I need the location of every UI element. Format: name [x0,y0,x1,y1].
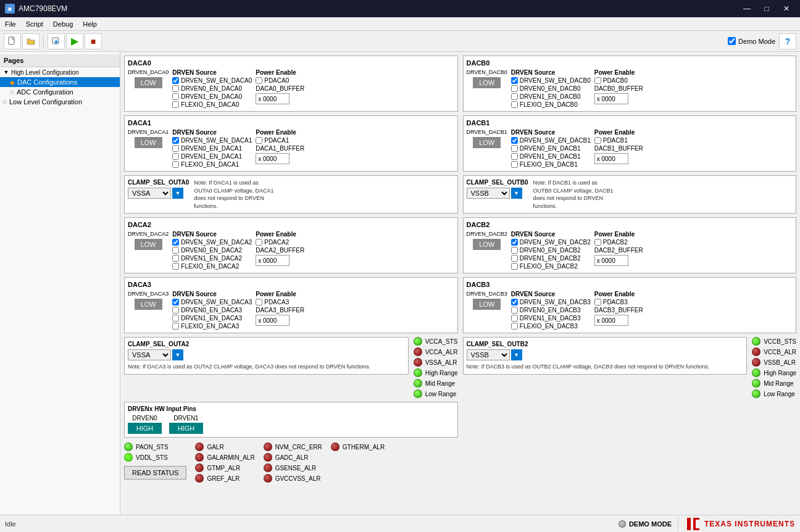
daca2-title: DACA2 [128,221,454,228]
daca2-flexio[interactable]: FLEXIO_EN_DACA2 [172,263,252,270]
pdacb1[interactable]: PDACB1 [594,137,643,144]
menu-help[interactable]: Help [78,17,102,30]
daca1-low-button[interactable]: LOW [135,137,162,148]
dacb3-buffer-input[interactable] [594,315,628,326]
dacb0-sw-en[interactable]: DRVEN_SW_EN_DACB0 [511,77,591,84]
vssa-alr: VSSA_ALR [414,358,458,367]
dacb3-drven1[interactable]: DRVEN1_EN_DACB3 [511,315,591,322]
dacb1-card: DACB1 DRVEN_DACB1 LOW DRVEN Source DRVEN… [463,115,797,172]
daca3-low-button[interactable]: LOW [135,299,162,310]
ti-branding: TEXAS INSTRUMENTS [678,517,795,531]
minimize-button[interactable]: — [738,0,756,17]
drven-daca1-label: DRVEN_DACA1 [128,129,169,135]
pdaca3[interactable]: PDACA3 [256,299,304,305]
dacb0-drven1[interactable]: DRVEN1_EN_DACB0 [511,93,591,100]
clamp-outb0-select[interactable]: VSSB [467,188,510,199]
demo-mode-check[interactable]: Demo Mode [728,37,775,45]
clamp-outa0-dropdown-btn[interactable]: ▼ [172,188,183,199]
daca1-flexio[interactable]: FLEXIO_EN_DACA1 [172,161,252,168]
small-diamond-low: ◇ [2,99,7,105]
daca2-low-button[interactable]: LOW [135,239,162,250]
dacb1-drven0[interactable]: DRVEN0_EN_DACB1 [511,145,591,152]
dacb1-low-button[interactable]: LOW [473,137,501,148]
dacb0-low-button[interactable]: LOW [473,77,501,88]
read-status-button[interactable]: READ STATUS [124,466,186,480]
run-button[interactable]: ▶ [66,33,83,49]
daca2-drven0[interactable]: DRVEN0_EN_DACA2 [172,247,252,254]
drven1-high-button[interactable]: HIGH [169,423,203,434]
clamp-outa0-card: CLAMP_SEL_OUTA0 VSSA ▼ Note: If DACA1 is… [124,175,458,214]
dacb2-card: DACB2 DRVEN_DACB2 LOW DRVEN Source DRVEN… [463,217,797,273]
sidebar-item-adc[interactable]: ◇ ADC Configuration [0,87,120,97]
clamp-outa2-select[interactable]: VSSA [128,349,171,360]
clamp-outb0-dropdown-btn[interactable]: ▼ [511,188,522,199]
daca0-drven1[interactable]: DRVEN1_EN_DACA0 [172,93,252,100]
drven-source-daca0: DRVEN Source [172,69,252,76]
daca2-drven1[interactable]: DRVEN1_EN_DACA2 [172,255,252,262]
daca1-sw-en[interactable]: DRVEN_SW_EN_DACA1 [172,137,252,144]
daca1-drven0[interactable]: DRVEN0_EN_DACA1 [172,145,252,152]
export-button[interactable] [48,33,65,49]
pdacb0[interactable]: PDACB0 [594,77,643,84]
dacb0-buffer-input[interactable] [594,93,628,104]
pdacb2[interactable]: PDACB2 [594,239,643,246]
new-button[interactable] [4,33,21,49]
dacb2-drven0[interactable]: DRVEN0_EN_DACB2 [511,247,591,254]
dacb3-flexio[interactable]: FLEXIO_EN_DACB3 [511,323,591,330]
daca3-buffer-input[interactable] [256,315,290,326]
close-button[interactable]: ✕ [778,0,795,17]
dacb2-buffer-label: DACB2_BUFFER [594,247,643,254]
open-button[interactable] [22,33,40,49]
daca0-low-button[interactable]: LOW [135,77,162,88]
daca1-drven1[interactable]: DRVEN1_EN_DACA1 [172,153,252,160]
dacb3-drven0[interactable]: DRVEN0_EN_DACB3 [511,307,591,314]
daca0-sw-en[interactable]: DRVEN_SW_EN_DACA0 [172,77,252,84]
dacb0-drven0[interactable]: DRVEN0_EN_DACB0 [511,85,591,92]
app-title: AMC7908EVM [19,4,67,13]
pdacb3[interactable]: PDACB3 [594,299,643,305]
dacb1-drven1[interactable]: DRVEN1_EN_DACB1 [511,153,591,160]
dacb2-sw-en[interactable]: DRVEN_SW_EN_DACB2 [511,239,591,246]
dacb1-buffer-input[interactable] [594,153,628,164]
drven1-pin: DRVEN1 HIGH [169,415,203,434]
dacb2-low-button[interactable]: LOW [473,239,501,250]
clamp-outa2-dropdown-btn[interactable]: ▼ [172,349,183,360]
clamp-outb2-select[interactable]: VSSB [467,349,510,360]
demo-mode-status-label: DEMO MODE [629,520,672,528]
drven0-high-button[interactable]: HIGH [128,423,162,434]
daca0-drven0[interactable]: DRVEN0_EN_DACA0 [172,85,252,92]
daca3-flexio[interactable]: FLEXIO_EN_DACA3 [172,323,252,330]
pdaca2[interactable]: PDACA2 [256,239,304,246]
dacb1-sw-en[interactable]: DRVEN_SW_EN_DACB1 [511,137,591,144]
demo-mode-checkbox[interactable] [728,37,736,45]
daca0-buffer-input[interactable] [256,93,290,104]
pdaca0[interactable]: PDACA0 [256,77,304,84]
clamp-outb2-dropdown-btn[interactable]: ▼ [511,349,522,360]
sidebar-item-high-level[interactable]: ▼ High Level Configuration [0,67,120,77]
help-button[interactable]: ? [779,33,796,49]
daca3-drven0[interactable]: DRVEN0_EN_DACA3 [172,307,252,314]
daca3-drven1[interactable]: DRVEN1_EN_DACA3 [172,315,252,322]
pdaca1[interactable]: PDACA1 [256,137,304,144]
daca1-buffer-input[interactable] [256,153,290,164]
maximize-button[interactable]: □ [758,0,775,17]
dacb0-flexio[interactable]: FLEXIO_EN_DACB0 [511,101,591,108]
menu-debug[interactable]: Debug [48,17,78,30]
dacb1-flexio[interactable]: FLEXIO_EN_DACB1 [511,161,591,168]
dacb2-drven1[interactable]: DRVEN1_EN_DACB2 [511,255,591,262]
menu-script[interactable]: Script [21,17,48,30]
dacb3-sw-en[interactable]: DRVEN_SW_EN_DACB3 [511,299,591,305]
daca2-buffer-input[interactable] [256,255,290,266]
stop-button[interactable]: ■ [85,33,102,49]
clamp-outa0-select[interactable]: VSSA [128,188,171,199]
daca2-sw-en[interactable]: DRVEN_SW_EN_DACA2 [172,239,252,246]
sidebar-item-dac[interactable]: ◆ DAC Configurations [0,77,120,87]
sidebar-item-low-level[interactable]: ◇ Low Level Configuration [0,97,120,107]
dacb3-low-button[interactable]: LOW [473,299,501,310]
dacb2-buffer-input[interactable] [594,255,628,266]
dacb2-flexio[interactable]: FLEXIO_EN_DACB2 [511,263,591,270]
daca0-flexio[interactable]: FLEXIO_EN_DACA0 [172,101,252,108]
high-range-b: High Range [752,368,796,377]
menu-file[interactable]: File [0,17,21,30]
daca3-sw-en[interactable]: DRVEN_SW_EN_DACA3 [172,299,252,305]
